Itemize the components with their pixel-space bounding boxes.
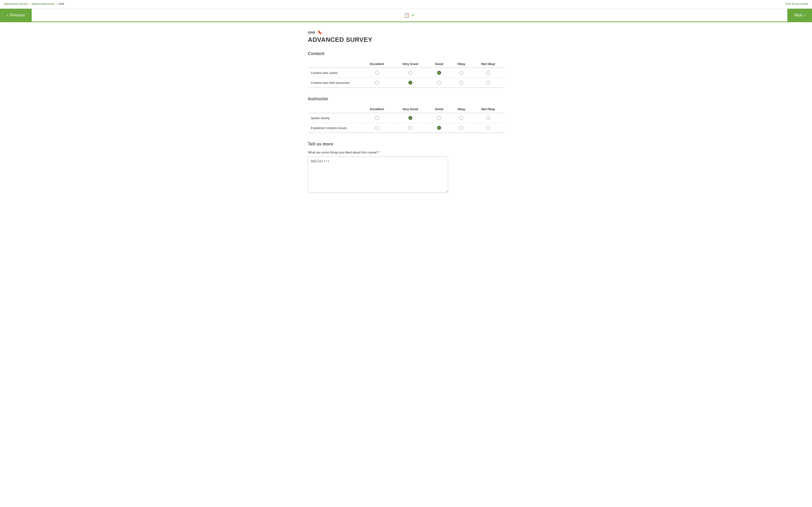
radio-content-useful-good[interactable] [437,71,441,75]
check-icon: ✔ [411,12,415,18]
required-star: * [379,151,381,154]
content-section: Content Excellent Very Good Good Okay No… [308,51,504,88]
instructor-row1-excellent[interactable] [361,113,393,123]
content-row1-very-good[interactable] [393,68,428,78]
book-icon: 📋 [404,12,409,18]
table-row: Explained complex issues [308,123,504,133]
instructor-col-good: Good [428,105,451,113]
tell-us-more-title: Tell us more [308,142,504,147]
instructor-row1-good[interactable] [428,113,451,123]
content-row1-label: Content was useful [308,68,361,78]
instructor-row2-not-okay[interactable] [472,123,504,133]
instructor-col-very-good: Very Good [393,105,428,113]
instructor-row2-label: Explained complex issues [308,123,361,133]
radio-content-useful-okay[interactable] [459,71,463,75]
instructor-section: Instructor Excellent Very Good Good Okay… [308,97,504,133]
instructor-col-excellent: Excellent [361,105,393,113]
previous-label: Previous [10,13,25,17]
content-row2-label: Content was well structured [308,78,361,88]
instructor-row1-very-good[interactable] [393,113,428,123]
instructor-row2-excellent[interactable] [361,123,393,133]
instructor-col-okay: Okay [451,105,472,113]
next-button[interactable]: Next [787,9,812,21]
content-col-not-okay: Not Okay [472,60,504,68]
tell-us-more-question: What are some things you liked about thi… [308,151,504,154]
content-survey-table: Excellent Very Good Good Okay Not Okay C… [308,60,504,88]
next-label: Next [794,13,802,17]
chevron-right-icon [804,12,805,18]
nav-center: 📋 ✔ [32,9,788,21]
content-row2-excellent[interactable] [361,78,393,88]
instructor-survey-table: Excellent Very Good Good Okay Not Okay S… [308,105,504,133]
content-col-good: Good [428,60,451,68]
radio-instructor-explained-excellent[interactable] [375,126,379,130]
content-row2-very-good[interactable] [393,78,428,88]
breadcrumb-sep-1: › [29,2,30,6]
radio-content-structured-verygood[interactable] [408,81,412,84]
breadcrumb-current: Unit [58,2,64,6]
radio-content-useful-verygood[interactable] [408,71,412,75]
content-row1-okay[interactable] [451,68,472,78]
tell-us-more-section: Tell us more What are some things you li… [308,142,504,193]
radio-instructor-explained-okay[interactable] [459,126,463,130]
radio-content-structured-good[interactable] [437,81,441,84]
radio-instructor-spoke-notokay[interactable] [486,116,490,120]
radio-content-structured-excellent[interactable] [375,81,379,84]
previous-button[interactable]: Previous [0,9,32,21]
nav-bar: Previous 📋 ✔ Next [0,9,812,22]
radio-instructor-spoke-verygood[interactable] [408,116,412,120]
content-col-very-good: Very Good [393,60,428,68]
table-row: Content was well structured [308,78,504,88]
bookmark-icon[interactable]: 🔖 [317,30,322,35]
instructor-section-title: Instructor [308,97,504,102]
breadcrumb-sep-2: › [56,2,57,6]
instructor-row2-okay[interactable] [451,123,472,133]
radio-instructor-explained-good[interactable] [437,126,441,130]
content-col-excellent: Excellent [361,60,393,68]
radio-content-useful-excellent[interactable] [375,71,379,75]
instructor-row1-not-okay[interactable] [472,113,504,123]
radio-instructor-spoke-good[interactable] [437,116,441,120]
instructor-col-not-okay: Not Okay [472,105,504,113]
instructor-row2-very-good[interactable] [393,123,428,133]
content-row2-okay[interactable] [451,78,472,88]
chevron-left-icon [7,12,8,18]
radio-instructor-explained-verygood[interactable] [408,126,412,130]
table-row: Content was useful [308,68,504,78]
instructor-row1-okay[interactable] [451,113,472,123]
radio-instructor-spoke-excellent[interactable] [375,116,379,120]
unit-header: Unit 🔖 [308,30,504,35]
content-section-title: Content [308,51,504,56]
radio-content-structured-notokay[interactable] [486,81,490,84]
content-row1-not-okay[interactable] [472,68,504,78]
unit-label: Unit [308,30,315,34]
instructor-row2-good[interactable] [428,123,451,133]
radio-instructor-spoke-okay[interactable] [459,116,463,120]
breadcrumb-link-advanced-survey[interactable]: advanced survey [4,2,27,6]
instructor-col-header-empty [308,105,361,113]
main-content: Unit 🔖 ADVANCED SURVEY Content Excellent… [302,22,510,201]
radio-instructor-explained-notokay[interactable] [486,126,490,130]
question-text: What are some things you liked about thi… [308,151,378,154]
page-title: ADVANCED SURVEY [308,36,504,44]
instructor-row1-label: Spoke clearly [308,113,361,123]
content-col-header-empty [308,60,361,68]
content-row2-not-okay[interactable] [472,78,504,88]
breadcrumb: advanced survey › advancedsurvey › Unit [0,0,68,7]
table-row: Spoke clearly [308,113,504,123]
radio-content-useful-notokay[interactable] [486,71,490,75]
content-row1-excellent[interactable] [361,68,393,78]
breadcrumb-link-advancedsurvey[interactable]: advancedsurvey [32,2,55,6]
tell-us-more-textarea[interactable]: hello!!!! [308,157,448,193]
exit-focus-button[interactable]: Exit focus mode [782,0,812,7]
content-col-okay: Okay [451,60,472,68]
radio-content-structured-okay[interactable] [459,81,463,84]
content-row2-good[interactable] [428,78,451,88]
content-row1-good[interactable] [428,68,451,78]
